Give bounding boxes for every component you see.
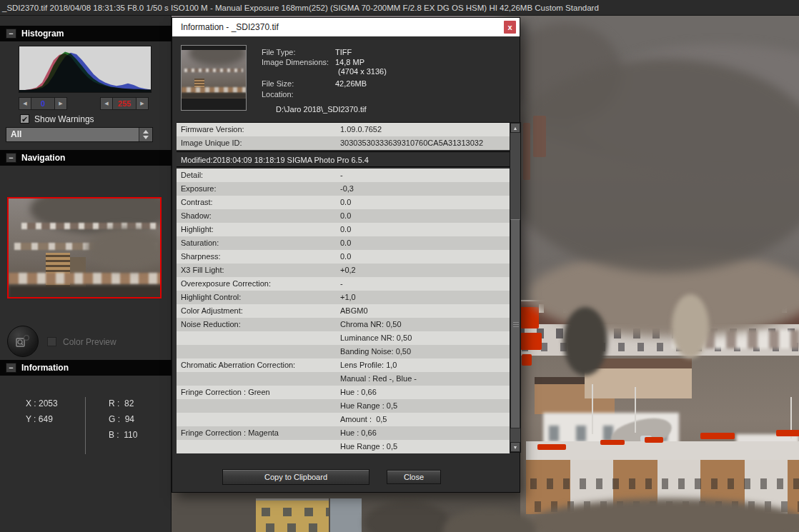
photo-terrace-parapet (526, 441, 799, 460)
close-button[interactable]: Close (387, 470, 441, 484)
row-value: - (340, 277, 343, 291)
file-type-value: TIFF (335, 48, 352, 56)
navigation-panel-header: − Navigation (0, 150, 172, 166)
histogram-chart (19, 46, 152, 93)
row-value: Hue Range : 0,5 (340, 399, 397, 413)
information-panel-header: − Information (0, 360, 172, 376)
row-label: Contrast: (181, 196, 213, 209)
table-row: Saturation:0.0 (177, 236, 510, 250)
photo-gray-building (330, 498, 362, 532)
pixel-r-value: R : 82 (109, 398, 134, 408)
show-warnings-checkbox[interactable]: ✔ (20, 114, 29, 124)
overexposure-warning-patch (520, 333, 542, 350)
color-preview-row: Color Preview (0, 337, 172, 347)
location-value: D:\Jaro 2018\_SDI2370.tif (276, 105, 367, 114)
sidebar: − Histogram ◀ 0 ▶ ◀ 255 ▶ ✔ Show Warning… (0, 16, 172, 532)
table-row: Image Unique ID:30303530333639310760CA5A… (177, 136, 510, 150)
image-dimensions-label: Image Dimensions: (262, 58, 329, 66)
row-label: Sharpness: (181, 250, 221, 264)
row-label: Fringe Correction : Magenta (181, 426, 279, 440)
dropdown-arrows-icon[interactable] (139, 128, 152, 141)
row-value: Banding Noise: 0,50 (340, 345, 411, 358)
photo-street-lamp (635, 387, 636, 433)
table-row: Highlight:0.0 (177, 223, 510, 236)
location-label: Location: (262, 90, 294, 99)
histogram-max-spinner: ◀ 255 ▶ (100, 97, 149, 110)
table-row: Sharpness:0.0 (177, 250, 510, 264)
histogram-panel-title: Histogram (21, 26, 64, 41)
photo-street-lamp (592, 384, 593, 434)
copy-to-clipboard-button[interactable]: Copy to Clipboard (222, 469, 369, 485)
photo-birch (672, 294, 709, 358)
row-value: Hue Range : 0,5 (340, 440, 397, 453)
app-window: _SDI2370.tif 2018/04/08 18:31:35 F8.0 1/… (0, 0, 799, 532)
pixel-b-value: B : 110 (109, 430, 137, 440)
row-label: Overexposure Correction: (181, 277, 271, 291)
show-warnings-row: ✔ Show Warnings (0, 114, 172, 124)
collapse-icon[interactable]: − (6, 153, 16, 163)
thumb-forest (189, 50, 246, 66)
table-section-header: Modified:2018:04:09 18:18:19 SIGMA Photo… (177, 151, 510, 167)
min-value-field[interactable]: 0 (31, 97, 54, 110)
pixel-info-panel: X : 2053 Y : 649 R : 82 G : 94 B : 110 (0, 376, 172, 456)
thumb-houses (184, 69, 243, 72)
collapse-icon[interactable]: − (6, 29, 16, 39)
row-value: 30303530333639310760CA5A31313032 (340, 136, 483, 150)
row-label: Chromatic Aberration Correction: (181, 358, 295, 372)
dialog-title: Information - _SDI2370.tif (181, 22, 279, 32)
table-row: Detail:- (177, 169, 510, 182)
channel-filter-dropdown[interactable]: All (6, 127, 153, 142)
image-dimensions-px: (4704 x 3136) (338, 67, 387, 76)
row-value: Luminance NR: 0,50 (340, 331, 412, 345)
table-row: Shadow:0.0 (177, 209, 510, 223)
close-icon[interactable]: x (504, 21, 516, 34)
navigation-thumbnail[interactable] (7, 197, 162, 298)
app-title-bar: _SDI2370.tif 2018/04/08 18:31:35 F8.0 1/… (0, 0, 799, 16)
nav-trees-mid (87, 227, 162, 270)
dialog-image-thumbnail (181, 45, 247, 111)
row-value: Chroma NR: 0,50 (340, 318, 402, 331)
table-row: Color Adjustment:ABGM0 (177, 304, 510, 318)
table-row: X3 Fill Light:+0,2 (177, 264, 510, 277)
image-dimensions-mp: 14,8 MP (335, 58, 364, 66)
dialog-scrollbar[interactable]: ▲ ▼ (510, 122, 521, 453)
row-label: Saturation: (181, 236, 219, 250)
photo-yellow-building (256, 498, 329, 532)
color-preview-checkbox[interactable] (47, 337, 56, 346)
row-value: +0,2 (340, 264, 356, 277)
row-label: Detail: (181, 169, 203, 182)
file-size-label: File Size: (262, 79, 294, 88)
scroll-down-icon[interactable]: ▼ (510, 442, 520, 452)
nav-bottom-dark (9, 286, 162, 298)
row-label: Exposure: (181, 182, 217, 196)
overexposure-warning-patch (776, 430, 799, 436)
color-preview-label: Color Preview (63, 337, 116, 347)
pixel-g-value: G : 94 (109, 414, 134, 424)
collapse-icon[interactable]: − (6, 363, 16, 373)
overexposure-warning-patch (520, 307, 539, 328)
max-value-field[interactable]: 255 (113, 97, 136, 110)
cursor-y-value: Y : 649 (26, 414, 53, 424)
dialog-title-bar[interactable]: Information - _SDI2370.tif x (172, 18, 520, 36)
photo-conifer (563, 307, 607, 376)
channel-filter-value: All (11, 128, 21, 141)
table-row: Highlight Control:+1,0 (177, 291, 510, 304)
histogram-min-spinner: ◀ 0 ▶ (19, 97, 67, 110)
scroll-up-icon[interactable]: ▲ (510, 123, 520, 133)
navigation-panel-title: Navigation (21, 150, 65, 166)
row-value: Lens Profile: 1,0 (340, 358, 397, 372)
table-row: Chromatic Aberration Correction:Lens Pro… (177, 358, 510, 372)
scrollbar-thumb[interactable] (510, 219, 520, 428)
cursor-x-value: X : 2053 (26, 398, 58, 408)
min-increment-arrow-icon[interactable]: ▶ (54, 97, 67, 110)
overexposure-warning-patch (522, 354, 532, 366)
row-label: Noise Reduction: (181, 318, 241, 331)
table-row: Hue Range : 0,5 (177, 399, 510, 413)
row-label: Highlight Control: (181, 291, 241, 304)
row-value: +1,0 (340, 291, 356, 304)
max-decrement-arrow-icon[interactable]: ◀ (100, 97, 113, 110)
max-increment-arrow-icon[interactable]: ▶ (136, 97, 149, 110)
table-row: Banding Noise: 0,50 (177, 345, 510, 358)
table-row: Overexposure Correction:- (177, 277, 510, 291)
min-decrement-arrow-icon[interactable]: ◀ (19, 97, 31, 110)
